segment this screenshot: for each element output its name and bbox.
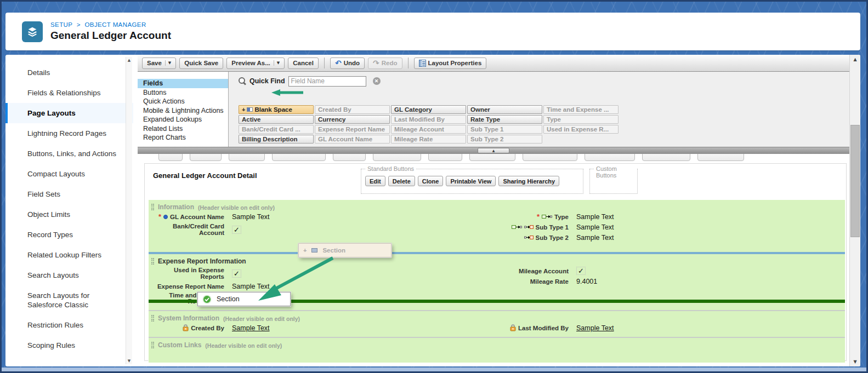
printable-view-button[interactable]: Printable View bbox=[446, 176, 496, 186]
section-column-left: *GL Account NameSample TextBank/Credit C… bbox=[149, 213, 497, 238]
sidebar-item-field-sets[interactable]: Field Sets bbox=[5, 184, 133, 204]
field-label: Bank/Credit Card Account bbox=[149, 223, 224, 236]
dropdown-caret-icon[interactable]: ▼ bbox=[274, 60, 280, 66]
palette-field-sub-type-2[interactable]: Sub Type 2 bbox=[467, 135, 542, 144]
palette-field-currency[interactable]: Currency bbox=[315, 115, 390, 124]
section-column-right: *TypeSample TextSub Type 1Sample TextSub… bbox=[497, 213, 845, 244]
sharing-hierarchy-button[interactable]: Sharing Hierarchy bbox=[498, 176, 559, 186]
palette-field-active[interactable]: Active bbox=[239, 115, 314, 124]
palette-category-buttons[interactable]: Buttons bbox=[138, 88, 228, 97]
palette-category-quick-actions[interactable]: Quick Actions bbox=[138, 97, 228, 106]
palette-category-mobile-lightning-actions[interactable]: Mobile & Lightning Actions bbox=[138, 106, 228, 116]
blank-icon bbox=[247, 107, 253, 112]
sidebar-item-search-layouts[interactable]: Search Layouts bbox=[5, 265, 133, 285]
field-row-created-by[interactable]: Created BySample Text bbox=[149, 324, 497, 332]
dropdown-caret-icon[interactable]: ▼ bbox=[165, 60, 171, 66]
palette-field-grid: +Section+Blank SpaceActiveBank/Credit Ca… bbox=[239, 105, 619, 144]
palette-field-label: Time and Expense ... bbox=[547, 106, 609, 113]
clear-search-icon[interactable]: ✕ bbox=[373, 77, 381, 85]
layout-section-information[interactable]: Information(Header visible on edit only)… bbox=[149, 200, 845, 252]
sidebar-item-scoping-rules[interactable]: Scoping Rules bbox=[5, 335, 133, 355]
scrollbar-thumb[interactable] bbox=[850, 125, 860, 237]
controlling-field-icon bbox=[512, 225, 522, 229]
delete-button[interactable]: Delete bbox=[388, 176, 415, 186]
clipped-button bbox=[428, 154, 462, 161]
field-row-bank-credit-card-account[interactable]: Bank/Credit Card Account✓ bbox=[149, 223, 497, 236]
palette-field-type[interactable]: Type bbox=[543, 115, 619, 124]
redo-button[interactable]: ↷Redo bbox=[368, 58, 402, 69]
layout-properties-button[interactable]: Layout Properties bbox=[414, 58, 487, 69]
scroll-down-icon[interactable]: ▼ bbox=[850, 359, 860, 364]
lock-icon bbox=[510, 324, 516, 331]
palette-field-used-in-expense-r[interactable]: Used in Expense R... bbox=[543, 125, 619, 134]
palette-field-gl-category[interactable]: GL Category bbox=[391, 105, 466, 114]
layout-section-system-information[interactable]: System Information(Header visible on edi… bbox=[149, 311, 845, 337]
quick-find: Quick Find ✕ bbox=[239, 75, 381, 87]
palette-field-billing-description[interactable]: Billing Description bbox=[239, 135, 314, 144]
section-header-note: (Header visible on edit only) bbox=[198, 204, 275, 211]
sidebar-item-compact-layouts[interactable]: Compact Layouts bbox=[5, 164, 133, 184]
field-row-last-modified-by[interactable]: Last Modified BySample Text bbox=[497, 324, 845, 332]
palette-field-mileage-account[interactable]: Mileage Account bbox=[391, 125, 466, 134]
palette-field-gl-account-name[interactable]: GL Account Name bbox=[315, 135, 390, 144]
scroll-up-icon[interactable]: ▲ bbox=[126, 58, 132, 62]
breadcrumb-setup-link[interactable]: SETUP bbox=[50, 21, 72, 28]
field-row-mileage-account[interactable]: Mileage Account✓ bbox=[497, 267, 845, 275]
sidebar-item-details[interactable]: Details bbox=[5, 62, 133, 83]
redo-icon: ↷ bbox=[373, 60, 379, 66]
field-row-sub-type-1[interactable]: Sub Type 1Sample Text bbox=[497, 223, 845, 231]
palette-field-owner[interactable]: Owner bbox=[467, 105, 542, 114]
palette-field-last-modified-by[interactable]: Last Modified By bbox=[391, 115, 466, 124]
sidebar-item-restriction-rules[interactable]: Restriction Rules bbox=[5, 315, 133, 335]
palette-field-expense-report-name[interactable]: Expense Report Name bbox=[315, 125, 390, 134]
scroll-up-icon[interactable]: ▲ bbox=[850, 57, 860, 62]
palette-category-fields[interactable]: Fields bbox=[138, 79, 228, 88]
palette-category-report-charts[interactable]: Report Charts bbox=[138, 133, 228, 142]
field-label: Created By bbox=[149, 324, 224, 331]
preview-as-button[interactable]: Preview As...▼ bbox=[226, 58, 285, 69]
palette-field-created-by[interactable]: Created By bbox=[315, 105, 390, 114]
field-row-mileage-rate[interactable]: Mileage Rate9.4001 bbox=[497, 277, 845, 285]
palette-field-mileage-rate[interactable]: Mileage Rate bbox=[391, 135, 466, 144]
palette-category-related-lists[interactable]: Related Lists bbox=[138, 124, 228, 134]
collapse-palette-button[interactable]: ▲ bbox=[478, 148, 509, 153]
sidebar-item-object-limits[interactable]: Object Limits bbox=[5, 204, 133, 225]
search-icon bbox=[239, 77, 246, 85]
clone-button[interactable]: Clone bbox=[418, 176, 444, 186]
editor-scrollbar[interactable]: ▲ ▼ bbox=[849, 55, 860, 366]
sidebar-item-buttons-links-and-actions[interactable]: Buttons, Links, and Actions bbox=[5, 144, 133, 164]
background-band bbox=[2, 368, 866, 371]
field-label: Expense Report Name bbox=[149, 283, 224, 290]
sidebar-item-related-lookup-filters[interactable]: Related Lookup Filters bbox=[5, 245, 133, 265]
breadcrumb-object-manager-link[interactable]: OBJECT MANAGER bbox=[84, 21, 146, 28]
sidebar-item-record-types[interactable]: Record Types bbox=[5, 225, 133, 245]
quick-find-input[interactable] bbox=[288, 76, 366, 87]
palette-field-blank-space[interactable]: +Blank Space bbox=[239, 105, 314, 114]
cancel-button[interactable]: Cancel bbox=[288, 58, 319, 69]
editor-toolbar: Save▼Quick SavePreview As...▼Cancel↶Undo… bbox=[138, 55, 849, 72]
field-label: *Type bbox=[497, 214, 569, 220]
layout-section-custom-links[interactable]: Custom Links(Header visible on edit only… bbox=[149, 338, 845, 363]
section-title: Information bbox=[158, 203, 194, 211]
field-row-sub-type-2[interactable]: Sub Type 2Sample Text bbox=[497, 233, 845, 242]
sidebar-item-fields-relationships[interactable]: Fields & Relationships bbox=[5, 83, 133, 103]
palette-field-sub-type-1[interactable]: Sub Type 1 bbox=[467, 125, 542, 134]
sidebar-item-lightning-record-pages[interactable]: Lightning Record Pages bbox=[5, 123, 133, 144]
palette-category-expanded-lookups[interactable]: Expanded Lookups bbox=[138, 115, 228, 124]
edit-button[interactable]: Edit bbox=[365, 176, 385, 186]
scroll-down-icon[interactable]: ▼ bbox=[126, 359, 132, 363]
palette-field-rate-type[interactable]: Rate Type bbox=[467, 115, 542, 124]
undo-button[interactable]: ↶Undo bbox=[330, 58, 365, 69]
quick-save-button[interactable]: Quick Save bbox=[179, 58, 223, 69]
sidebar-item-search-layouts-for-salesforce-classic[interactable]: Search Layouts for Salesforce Classic bbox=[5, 285, 133, 315]
layout-properties-icon bbox=[419, 60, 426, 67]
palette-field-time-and-expense[interactable]: Time and Expense ... bbox=[543, 105, 619, 114]
field-row-gl-account-name[interactable]: *GL Account NameSample Text bbox=[149, 213, 497, 221]
sidebar-scrollbar[interactable]: ▲ ▼ bbox=[126, 57, 132, 364]
save-button[interactable]: Save▼ bbox=[142, 58, 176, 69]
palette-field-bank-credit-card[interactable]: Bank/Credit Card ... bbox=[239, 125, 314, 134]
section-title: Expense Report Information bbox=[158, 257, 246, 265]
sidebar-item-page-layouts[interactable]: Page Layouts bbox=[5, 103, 133, 123]
sidebar-item-label: Field Sets bbox=[27, 190, 60, 198]
field-row-type[interactable]: *TypeSample Text bbox=[497, 213, 845, 221]
